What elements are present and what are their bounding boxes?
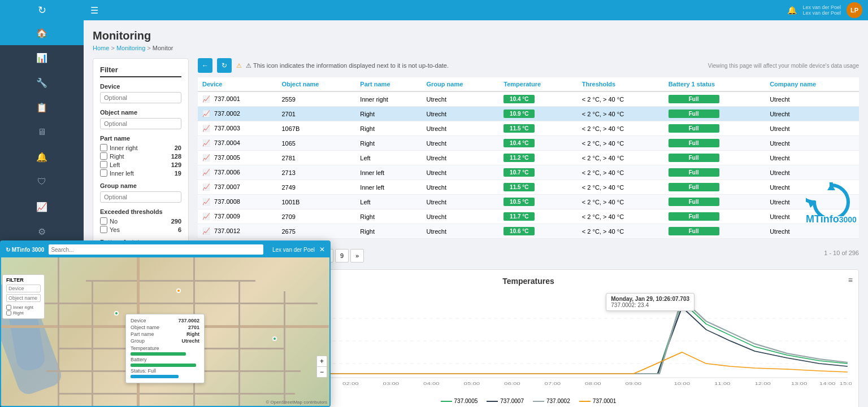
sidebar-item-analytics[interactable]: 📈 <box>0 194 84 219</box>
table-row[interactable]: 📈 737.0008 1001B Left Utrecht 10.5 °C < … <box>198 195 859 209</box>
map-search-input[interactable] <box>49 244 263 255</box>
cell-temp: 10.6 °C <box>499 224 578 239</box>
group-name-input[interactable] <box>100 191 181 203</box>
info-row-group: Group Utrecht <box>131 338 199 344</box>
map-background[interactable]: FILTER Inner right Right + − <box>1 257 329 406</box>
table-row[interactable]: 📈 737.0005 2781 Left Utrecht 11.2 °C < 2… <box>198 151 859 165</box>
group-name-label: Group name <box>100 182 181 189</box>
refresh-button[interactable]: ↻ <box>217 58 232 73</box>
map-filter-cb-2[interactable] <box>6 310 11 316</box>
brand-logo-wrapper: MTinfo3000 <box>806 182 857 225</box>
cell-temp: 10.4 °C <box>499 91 578 107</box>
brand-logo-svg <box>806 182 857 216</box>
svg-text:11:00: 11:00 <box>714 381 731 386</box>
map-filter-title: FILTER <box>6 277 41 283</box>
brand-area: MTinfo3000 <box>806 182 857 225</box>
cell-threshold: < 2 °C, > 40 °C <box>578 121 664 136</box>
temp-badge: 11.2 °C <box>504 154 535 162</box>
info-battery-bar <box>131 364 196 367</box>
map-marker-1[interactable] <box>176 288 181 293</box>
user-name: Lex van der Poel Lex van der Poel <box>802 5 841 16</box>
map-marker-4[interactable] <box>272 336 277 341</box>
cell-company: Utrecht <box>765 91 859 107</box>
cell-device: 📈 737.0005 <box>198 151 277 165</box>
map-user: Lex van der Poel <box>272 247 315 253</box>
cell-threshold: < 2 °C, > 40 °C <box>578 209 664 224</box>
cell-device: 📈 737.0009 <box>198 209 277 224</box>
page-title: Monitoring <box>93 29 859 42</box>
tooltip-date: Monday, Jan 29, 10:26:07.703 <box>611 296 689 302</box>
map-filter-cb-1[interactable] <box>6 305 11 310</box>
hamburger-button[interactable]: ☰ <box>84 5 105 16</box>
cell-part: Right <box>355 107 422 121</box>
part-inner-left-checkbox[interactable] <box>100 169 107 177</box>
cell-battery: Full <box>664 107 765 121</box>
map-zoom-out[interactable]: − <box>317 367 327 377</box>
avatar[interactable]: LP <box>847 2 862 18</box>
cell-temp: 10.7 °C <box>499 165 578 180</box>
map-marker-3[interactable] <box>114 311 119 316</box>
map-filter-device[interactable] <box>6 285 41 292</box>
sidebar-item-shield[interactable]: 🛡 <box>0 169 84 194</box>
sidebar-item-list[interactable]: 📋 <box>0 95 84 120</box>
breadcrumb-home[interactable]: Home <box>93 45 109 51</box>
logo-icon: ↻ <box>38 4 46 16</box>
cell-group: Utrecht <box>422 91 500 107</box>
part-name-label: Part name <box>100 135 181 142</box>
map-zoom-in[interactable]: + <box>317 356 327 367</box>
cell-part: Right <box>355 209 422 224</box>
table-row[interactable]: 📈 737.0002 2701 Right Utrecht 10.9 °C < … <box>198 107 859 121</box>
object-name-label: Object name <box>100 109 181 116</box>
breadcrumb: Home > Monitoring > Monitor <box>93 45 859 51</box>
part-left-checkbox[interactable] <box>100 161 107 168</box>
info-battery-label: Battery <box>131 357 199 362</box>
table-row[interactable]: 📈 737.0006 2713 Inner left Utrecht 10.7 … <box>198 165 859 180</box>
cell-company: Utrecht <box>765 121 859 136</box>
chart-menu-icon[interactable]: ≡ <box>848 275 853 285</box>
svg-text:15:00: 15:00 <box>840 381 852 386</box>
part-inner-right-checkbox[interactable] <box>100 144 107 151</box>
road-v1 <box>58 257 59 406</box>
cell-company: Utrecht <box>765 136 859 151</box>
sidebar-item-tools[interactable]: 🔧 <box>0 70 84 95</box>
cell-temp: 11.5 °C <box>499 180 578 195</box>
table-row[interactable]: 📈 737.0004 1065 Right Utrecht 10.4 °C < … <box>198 136 859 151</box>
temp-badge: 10.4 °C <box>504 139 535 147</box>
breadcrumb-monitoring[interactable]: Monitoring <box>116 45 145 51</box>
breadcrumb-monitor: Monitor <box>153 45 173 51</box>
table-row[interactable]: 📈 737.0001 2559 Inner right Utrecht 10.4… <box>198 91 859 107</box>
cell-temp: 10.9 °C <box>499 107 578 121</box>
sidebar-item-home[interactable]: 🏠 <box>0 20 84 45</box>
info-temp-bar <box>131 352 186 356</box>
filter-title: Filter <box>100 65 181 77</box>
device-input[interactable] <box>100 92 181 103</box>
table-row[interactable]: 📈 737.0009 2709 Right Utrecht 11.7 °C < … <box>198 209 859 224</box>
exceeded-yes-checkbox[interactable] <box>100 226 107 233</box>
svg-text:05:00: 05:00 <box>464 381 480 386</box>
table-row[interactable]: 📈 737.0012 2675 Right Utrecht 10.6 °C < … <box>198 224 859 239</box>
object-name-input[interactable] <box>100 118 181 129</box>
page-9[interactable]: 9 <box>335 249 349 262</box>
exceeded-no-checkbox[interactable] <box>100 217 107 225</box>
map-close-button[interactable]: ✕ <box>319 246 325 253</box>
part-right-checkbox[interactable] <box>100 152 107 160</box>
cell-part: Right <box>355 136 422 151</box>
cell-battery: Full <box>664 195 765 209</box>
sidebar-item-monitor[interactable]: 🖥 <box>0 120 84 145</box>
cell-object: 2713 <box>277 165 355 180</box>
sidebar-item-charts[interactable]: 📊 <box>0 45 84 70</box>
bell-icon[interactable]: 🔔 <box>787 6 797 15</box>
cell-temp: 10.5 °C <box>499 195 578 209</box>
table-row[interactable]: 📈 737.0003 1067B Right Utrecht 11.5 °C <… <box>198 121 859 136</box>
page-next[interactable]: » <box>350 249 364 262</box>
cell-battery: Full <box>664 136 765 151</box>
svg-text:03:00: 03:00 <box>383 381 400 386</box>
info-temp-label: Temperature <box>131 345 199 351</box>
back-button[interactable]: ← <box>198 58 212 73</box>
cell-battery: Full <box>664 151 765 165</box>
map-filter-object[interactable] <box>6 294 41 302</box>
table-row[interactable]: 📈 737.0007 2749 Inner left Utrecht 11.5 … <box>198 180 859 195</box>
cell-object: 2559 <box>277 91 355 107</box>
sidebar-item-alerts[interactable]: 🔔 <box>0 145 84 169</box>
warning-icon: ⚠ <box>236 62 242 69</box>
